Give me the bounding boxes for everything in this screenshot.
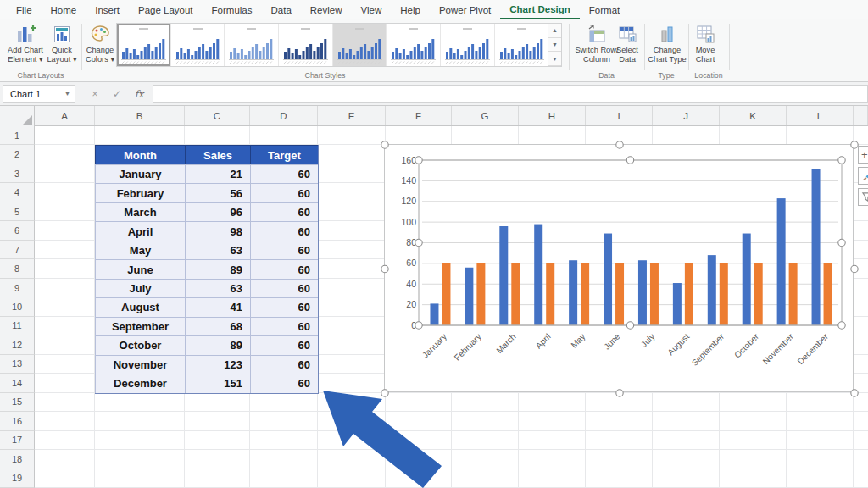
table-cell[interactable]: December: [95, 374, 185, 392]
target-bar[interactable]: [581, 263, 589, 325]
column-header-G[interactable]: G: [452, 106, 519, 125]
gallery-scroll-down-icon[interactable]: ▼: [548, 38, 561, 53]
table-cell[interactable]: 60: [250, 183, 318, 202]
table-cell[interactable]: 60: [250, 202, 318, 221]
sales-bar[interactable]: [638, 260, 647, 325]
tab-power-pivot[interactable]: Power Pivot: [430, 0, 500, 19]
quick-layout-button[interactable]: Quick Layout ▾: [44, 24, 80, 64]
sales-bar[interactable]: [465, 268, 473, 325]
row-header-1[interactable]: 1: [0, 126, 35, 145]
sales-bar[interactable]: [777, 198, 786, 325]
tab-page-layout[interactable]: Page Layout: [129, 0, 203, 19]
selection-handle[interactable]: [616, 390, 623, 396]
table-cell[interactable]: April: [95, 221, 185, 240]
selection-handle[interactable]: [838, 157, 845, 164]
tab-help[interactable]: Help: [391, 0, 430, 19]
table-cell[interactable]: 89: [185, 336, 250, 354]
row-header-5[interactable]: 5: [0, 202, 35, 221]
column-header-A[interactable]: A: [35, 106, 95, 125]
row-header-15[interactable]: 15: [0, 393, 35, 412]
table-cell[interactable]: June: [95, 259, 185, 278]
add-chart-element-button[interactable]: Add Chart Element ▾: [5, 24, 46, 64]
table-cell[interactable]: 98: [185, 221, 250, 240]
chart-style-thumbnail-8[interactable]: [495, 24, 548, 66]
row-header-19[interactable]: 19: [0, 469, 35, 488]
column-header-D[interactable]: D: [250, 106, 318, 125]
row-header-16[interactable]: 16: [0, 412, 35, 430]
chart-filters-button[interactable]: [858, 188, 868, 206]
table-cell[interactable]: March: [95, 202, 185, 221]
table-cell[interactable]: 60: [250, 374, 318, 392]
gallery-scroll-up-icon[interactable]: ▲: [548, 24, 561, 38]
row-header-13[interactable]: 13: [0, 355, 35, 374]
selection-handle[interactable]: [381, 390, 388, 396]
table-cell[interactable]: January: [95, 164, 185, 183]
chart-style-thumbnail-1[interactable]: [117, 24, 171, 66]
selection-handle[interactable]: [415, 157, 422, 164]
table-cell[interactable]: 60: [250, 336, 318, 354]
row-header-10[interactable]: 10: [0, 297, 35, 316]
sales-bar[interactable]: [569, 260, 577, 325]
row-header-6[interactable]: 6: [0, 221, 35, 240]
table-cell[interactable]: May: [95, 241, 185, 259]
gallery-more-icon[interactable]: ▼: [548, 52, 561, 66]
selection-handle[interactable]: [381, 141, 388, 148]
select-data-button[interactable]: Select Data: [613, 24, 642, 64]
formula-input[interactable]: [153, 85, 868, 103]
sales-bar[interactable]: [534, 225, 542, 325]
table-cell[interactable]: July: [95, 279, 185, 297]
column-header-F[interactable]: F: [386, 106, 452, 125]
column-header-L[interactable]: L: [787, 106, 854, 125]
tab-review[interactable]: Review: [301, 0, 352, 19]
target-bar[interactable]: [824, 263, 832, 325]
sales-bar[interactable]: [812, 169, 821, 325]
change-chart-type-button[interactable]: Change Chart Type: [646, 24, 688, 64]
column-header-J[interactable]: J: [653, 106, 720, 125]
row-header-9[interactable]: 9: [0, 279, 35, 297]
table-cell[interactable]: 96: [185, 202, 250, 221]
selection-handle[interactable]: [626, 157, 633, 164]
table-header-sales[interactable]: Sales: [185, 145, 250, 164]
table-cell[interactable]: 63: [185, 241, 250, 259]
column-header-E[interactable]: E: [318, 106, 386, 125]
sales-bar[interactable]: [499, 226, 508, 325]
table-cell[interactable]: 60: [250, 279, 318, 297]
table-cell[interactable]: 21: [185, 164, 250, 183]
chart-style-thumbnail-7[interactable]: [441, 24, 495, 66]
select-all-corner[interactable]: [0, 106, 35, 126]
name-box[interactable]: Chart 1 ▼: [3, 85, 75, 103]
tab-insert[interactable]: Insert: [86, 0, 129, 19]
table-cell[interactable]: November: [95, 355, 185, 374]
target-bar[interactable]: [754, 263, 763, 325]
table-cell[interactable]: 123: [185, 355, 250, 374]
target-bar[interactable]: [650, 263, 659, 325]
row-header-8[interactable]: 8: [0, 259, 35, 278]
table-cell[interactable]: 60: [250, 241, 318, 259]
selection-handle[interactable]: [415, 322, 422, 329]
chart-style-thumbnail-5[interactable]: [333, 24, 387, 66]
table-cell[interactable]: 41: [185, 297, 250, 316]
table-cell[interactable]: 63: [185, 279, 250, 297]
insert-function-icon[interactable]: fx: [129, 85, 149, 103]
selection-handle[interactable]: [415, 239, 422, 246]
row-header-12[interactable]: 12: [0, 336, 35, 354]
target-bar[interactable]: [685, 263, 693, 325]
column-header-C[interactable]: C: [185, 106, 250, 125]
chart[interactable]: 020406080100120140160JanuaryFebruaryMarc…: [384, 144, 854, 392]
move-chart-button[interactable]: Move Chart: [691, 24, 720, 64]
row-header-2[interactable]: 2: [0, 145, 35, 164]
table-cell[interactable]: 89: [185, 259, 250, 278]
column-header-B[interactable]: B: [95, 106, 185, 125]
table-cell[interactable]: 56: [185, 183, 250, 202]
column-header-I[interactable]: I: [586, 106, 653, 125]
target-bar[interactable]: [789, 263, 798, 325]
selection-handle[interactable]: [616, 141, 623, 148]
selection-handle[interactable]: [838, 239, 845, 246]
tab-format[interactable]: Format: [580, 0, 629, 19]
sales-bar[interactable]: [743, 234, 751, 325]
table-cell[interactable]: August: [95, 297, 185, 316]
selection-handle[interactable]: [851, 390, 858, 396]
row-header-7[interactable]: 7: [0, 241, 35, 259]
sales-bar[interactable]: [604, 234, 612, 325]
tab-home[interactable]: Home: [42, 0, 86, 19]
